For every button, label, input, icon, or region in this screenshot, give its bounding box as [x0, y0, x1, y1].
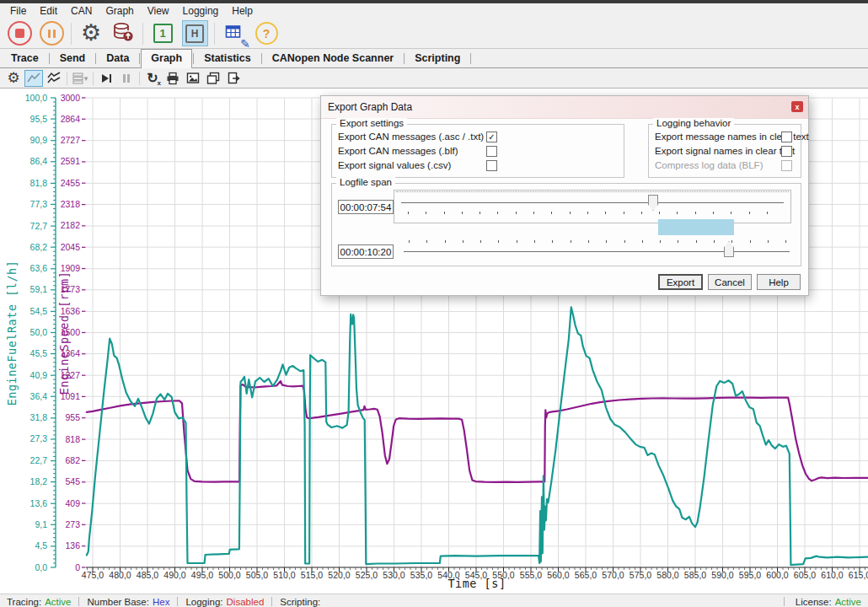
- menu-logging[interactable]: Logging: [176, 4, 226, 18]
- menu-edit[interactable]: Edit: [33, 4, 64, 18]
- reset-time-button[interactable]: ↻ x: [143, 70, 162, 87]
- svg-text:90,9: 90,9: [30, 135, 48, 145]
- pause-icon: [121, 73, 131, 84]
- checkbox-export-csv[interactable]: [486, 160, 497, 171]
- checkbox-signal-names[interactable]: [781, 146, 792, 157]
- pause-playback-button[interactable]: [117, 70, 136, 87]
- stop-icon: [8, 21, 32, 46]
- pause-button[interactable]: [38, 20, 65, 47]
- menu-can[interactable]: CAN: [64, 4, 99, 18]
- close-icon[interactable]: x: [791, 101, 803, 112]
- chevron-down-icon: ▾: [84, 74, 88, 83]
- play-button[interactable]: [97, 70, 115, 87]
- numeric-view-icon: 1: [153, 24, 173, 43]
- pause-icon: [40, 21, 64, 46]
- span-start-thumb[interactable]: [648, 195, 658, 211]
- graph-panel: 475,0480,0485,0490,0495,0500,0505,0510,0…: [0, 89, 868, 594]
- option-label: Export signal values (.csv): [338, 160, 451, 170]
- export-settings-legend: Export settings: [336, 118, 407, 129]
- cancel-button[interactable]: Cancel: [708, 274, 752, 290]
- svg-text:2727: 2727: [61, 135, 81, 145]
- export-button[interactable]: Export: [658, 274, 703, 290]
- signal-curves-button[interactable]: [45, 70, 63, 87]
- checkbox-export-asc-txt[interactable]: ✓: [486, 132, 497, 142]
- svg-text:615,0: 615,0: [849, 570, 868, 580]
- checkbox-compress-blf[interactable]: [781, 160, 792, 171]
- checkbox-message-names[interactable]: [781, 132, 792, 142]
- tab-graph[interactable]: Graph: [141, 49, 192, 68]
- svg-text:565,0: 565,0: [575, 570, 597, 580]
- tab-send[interactable]: Send: [51, 50, 95, 67]
- slider-track[interactable]: [401, 202, 784, 203]
- svg-text:505,0: 505,0: [246, 570, 268, 580]
- printer-icon: [166, 72, 179, 85]
- export-page-icon: [227, 72, 240, 85]
- play-to-icon: [100, 73, 112, 84]
- list-view-button[interactable]: ▾: [71, 70, 89, 87]
- menu-file[interactable]: File: [3, 4, 33, 18]
- svg-text:273: 273: [65, 519, 80, 529]
- graph-settings-button[interactable]: ⚙: [4, 70, 23, 87]
- gear-icon: ⚙: [7, 71, 19, 85]
- settings-button[interactable]: ⚙: [78, 20, 104, 47]
- menu-graph[interactable]: Graph: [99, 4, 140, 18]
- svg-text:595,0: 595,0: [739, 570, 761, 580]
- y-axis-right: 0136273409545682818955109112271364150016…: [57, 93, 86, 572]
- tab-statistics[interactable]: Statistics: [195, 50, 260, 67]
- svg-text:590,0: 590,0: [711, 570, 733, 580]
- graph-toolbar: ⚙ ▾: [0, 68, 868, 89]
- svg-text:9,1: 9,1: [35, 519, 47, 529]
- dialog-title-bar[interactable]: Export Graph Data x: [321, 96, 808, 119]
- database-upload-button[interactable]: [110, 20, 137, 47]
- status-tracing: Tracing: Active: [7, 597, 71, 607]
- gear-icon: ⚙: [81, 22, 101, 45]
- help-button[interactable]: ?: [253, 20, 280, 47]
- svg-text:81,8: 81,8: [30, 178, 48, 188]
- status-bar: Tracing: Active Number Base: Hex Logging…: [0, 594, 868, 607]
- status-tracing-value: Active: [45, 597, 71, 607]
- svg-text:95,5: 95,5: [30, 114, 48, 124]
- svg-text:EngineSpeed [rpm]: EngineSpeed [rpm]: [57, 271, 71, 395]
- save-image-button[interactable]: [184, 70, 202, 87]
- menu-view[interactable]: View: [141, 4, 176, 18]
- status-logging-value: Disabled: [227, 597, 265, 607]
- svg-text:610,0: 610,0: [821, 570, 843, 580]
- copy-images-button[interactable]: [204, 70, 222, 87]
- svg-text:Time [s]: Time [s]: [447, 577, 506, 590]
- status-scripting: Scripting:: [280, 597, 324, 607]
- svg-text:2864: 2864: [61, 114, 81, 124]
- help-icon: ?: [255, 22, 278, 45]
- svg-text:4,5: 4,5: [35, 540, 47, 551]
- svg-text:409: 409: [65, 498, 80, 508]
- print-button[interactable]: [163, 70, 182, 87]
- svg-text:490,0: 490,0: [163, 570, 185, 580]
- svg-text:54,5: 54,5: [30, 306, 48, 316]
- help-button[interactable]: Help: [757, 274, 801, 290]
- checkbox-export-blf[interactable]: [486, 146, 497, 157]
- option-label: Compress log data (BLF): [655, 160, 763, 170]
- line-graph-button[interactable]: [24, 70, 43, 87]
- span-start-slider[interactable]: [394, 190, 791, 223]
- export-data-button[interactable]: [224, 70, 243, 87]
- span-start-field[interactable]: 00:00:07:54: [338, 200, 394, 214]
- message-editor-button[interactable]: ✎: [221, 20, 248, 47]
- tab-scripting[interactable]: Scripting: [405, 50, 469, 67]
- svg-text:13,6: 13,6: [30, 498, 48, 508]
- tab-canopen-node-scanner[interactable]: CANopen Node Scanner: [263, 50, 403, 67]
- y-axis-left: 0,04,59,113,618,222,727,331,836,440,945,…: [5, 93, 56, 572]
- menu-help[interactable]: Help: [225, 4, 260, 18]
- numeric-display-button[interactable]: 1: [149, 20, 176, 47]
- svg-text:955: 955: [65, 412, 80, 422]
- svg-text:50,0: 50,0: [30, 327, 48, 337]
- svg-text:475,0: 475,0: [82, 570, 104, 580]
- menu-bar: File Edit CAN Graph View Logging Help: [0, 3, 868, 19]
- tab-data[interactable]: Data: [97, 50, 138, 67]
- svg-text:2182: 2182: [61, 220, 81, 230]
- tab-trace[interactable]: Trace: [2, 50, 48, 67]
- hex-display-button[interactable]: H: [181, 20, 208, 47]
- option-label: Export CAN messages (.asc / .txt): [338, 132, 484, 142]
- svg-text:495,0: 495,0: [191, 570, 213, 580]
- stop-button[interactable]: [6, 20, 33, 47]
- status-number-base-value: Hex: [153, 597, 169, 607]
- span-end-field[interactable]: 00:00:10:20: [338, 244, 394, 259]
